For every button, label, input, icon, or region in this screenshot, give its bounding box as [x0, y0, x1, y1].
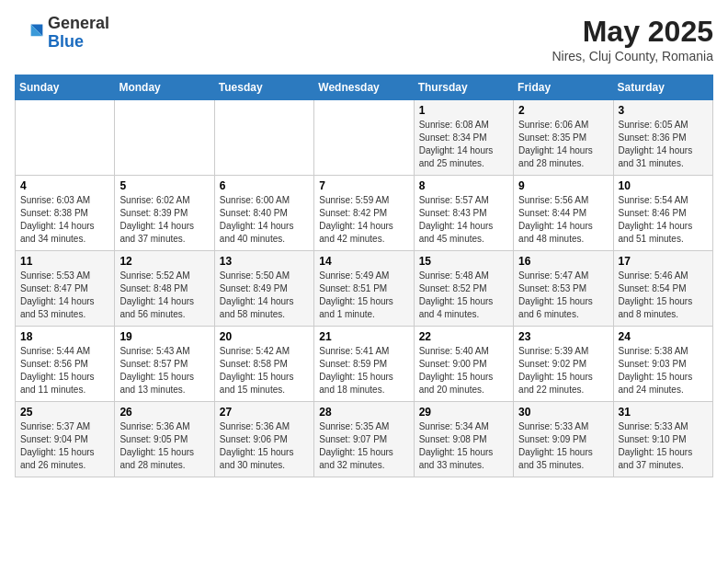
day-cell: 22Sunrise: 5:40 AM Sunset: 9:00 PM Dayli…	[414, 327, 513, 402]
day-cell: 17Sunrise: 5:46 AM Sunset: 8:54 PM Dayli…	[613, 251, 712, 327]
day-cell: 8Sunrise: 5:57 AM Sunset: 8:43 PM Daylig…	[414, 176, 513, 251]
day-cell: 31Sunrise: 5:33 AM Sunset: 9:10 PM Dayli…	[613, 402, 712, 477]
day-info: Sunrise: 6:02 AM Sunset: 8:39 PM Dayligh…	[119, 194, 209, 246]
day-info: Sunrise: 5:59 AM Sunset: 8:42 PM Dayligh…	[319, 194, 408, 246]
day-cell: 13Sunrise: 5:50 AM Sunset: 8:49 PM Dayli…	[214, 251, 313, 327]
day-number: 31	[619, 406, 708, 419]
day-info: Sunrise: 5:44 AM Sunset: 8:56 PM Dayligh…	[20, 345, 109, 396]
day-info: Sunrise: 6:05 AM Sunset: 8:36 PM Dayligh…	[619, 119, 708, 170]
week-row-1: 1Sunrise: 6:08 AM Sunset: 8:34 PM Daylig…	[16, 100, 713, 176]
day-cell: 15Sunrise: 5:48 AM Sunset: 8:52 PM Dayli…	[414, 251, 513, 327]
day-number: 1	[419, 104, 508, 117]
day-info: Sunrise: 5:48 AM Sunset: 8:52 PM Dayligh…	[419, 270, 508, 321]
title-block: May 2025 Nires, Cluj County, Romania	[552, 15, 713, 63]
day-number: 20	[220, 330, 309, 343]
day-cell: 25Sunrise: 5:37 AM Sunset: 9:04 PM Dayli…	[16, 402, 115, 477]
day-number: 8	[419, 179, 508, 192]
day-info: Sunrise: 5:33 AM Sunset: 9:10 PM Dayligh…	[619, 420, 708, 472]
day-number: 4	[20, 179, 109, 192]
day-cell: 26Sunrise: 5:36 AM Sunset: 9:05 PM Dayli…	[115, 402, 214, 477]
day-info: Sunrise: 5:35 AM Sunset: 9:07 PM Dayligh…	[319, 420, 408, 472]
logo-general: General	[48, 14, 109, 32]
location-subtitle: Nires, Cluj County, Romania	[552, 49, 713, 63]
day-cell: 14Sunrise: 5:49 AM Sunset: 8:51 PM Dayli…	[314, 251, 414, 327]
day-cell: 4Sunrise: 6:03 AM Sunset: 8:38 PM Daylig…	[16, 176, 115, 251]
month-year-title: May 2025	[552, 15, 713, 49]
day-cell	[16, 100, 115, 176]
day-number: 13	[220, 255, 309, 268]
day-cell	[115, 100, 214, 176]
day-cell: 28Sunrise: 5:35 AM Sunset: 9:07 PM Dayli…	[314, 402, 414, 477]
day-number: 21	[319, 330, 408, 343]
day-cell: 18Sunrise: 5:44 AM Sunset: 8:56 PM Dayli…	[16, 327, 115, 402]
day-number: 3	[619, 104, 708, 117]
day-info: Sunrise: 5:33 AM Sunset: 9:09 PM Dayligh…	[518, 420, 608, 472]
day-info: Sunrise: 5:43 AM Sunset: 8:57 PM Dayligh…	[119, 345, 209, 396]
day-info: Sunrise: 5:38 AM Sunset: 9:03 PM Dayligh…	[619, 345, 708, 396]
day-number: 5	[119, 179, 209, 192]
day-cell: 24Sunrise: 5:38 AM Sunset: 9:03 PM Dayli…	[613, 327, 712, 402]
day-number: 22	[419, 330, 508, 343]
col-header-tuesday: Tuesday	[214, 75, 313, 100]
day-info: Sunrise: 5:36 AM Sunset: 9:06 PM Dayligh…	[220, 420, 309, 472]
day-cell: 16Sunrise: 5:47 AM Sunset: 8:53 PM Dayli…	[514, 251, 613, 327]
day-cell: 7Sunrise: 5:59 AM Sunset: 8:42 PM Daylig…	[314, 176, 414, 251]
day-cell: 19Sunrise: 5:43 AM Sunset: 8:57 PM Dayli…	[115, 327, 214, 402]
day-number: 29	[419, 406, 508, 419]
day-number: 27	[220, 406, 309, 419]
day-cell: 21Sunrise: 5:41 AM Sunset: 8:59 PM Dayli…	[314, 327, 414, 402]
day-number: 11	[20, 255, 109, 268]
day-info: Sunrise: 5:49 AM Sunset: 8:51 PM Dayligh…	[319, 270, 408, 321]
day-info: Sunrise: 5:56 AM Sunset: 8:44 PM Dayligh…	[518, 194, 608, 246]
col-header-monday: Monday	[115, 75, 214, 100]
day-cell: 5Sunrise: 6:02 AM Sunset: 8:39 PM Daylig…	[115, 176, 214, 251]
col-header-friday: Friday	[514, 75, 613, 100]
day-cell: 12Sunrise: 5:52 AM Sunset: 8:48 PM Dayli…	[115, 251, 214, 327]
day-cell: 23Sunrise: 5:39 AM Sunset: 9:02 PM Dayli…	[514, 327, 613, 402]
day-info: Sunrise: 5:37 AM Sunset: 9:04 PM Dayligh…	[20, 420, 109, 472]
day-number: 28	[319, 406, 408, 419]
day-cell: 6Sunrise: 6:00 AM Sunset: 8:40 PM Daylig…	[214, 176, 313, 251]
day-cell: 29Sunrise: 5:34 AM Sunset: 9:08 PM Dayli…	[414, 402, 513, 477]
day-number: 10	[619, 179, 708, 192]
day-cell: 20Sunrise: 5:42 AM Sunset: 8:58 PM Dayli…	[214, 327, 313, 402]
day-number: 9	[518, 179, 608, 192]
day-info: Sunrise: 5:53 AM Sunset: 8:47 PM Dayligh…	[20, 270, 109, 321]
day-info: Sunrise: 5:54 AM Sunset: 8:46 PM Dayligh…	[619, 194, 708, 246]
day-cell: 30Sunrise: 5:33 AM Sunset: 9:09 PM Dayli…	[514, 402, 613, 477]
header-row: SundayMondayTuesdayWednesdayThursdayFrid…	[16, 75, 713, 100]
day-info: Sunrise: 6:00 AM Sunset: 8:40 PM Dayligh…	[220, 194, 309, 246]
day-info: Sunrise: 6:03 AM Sunset: 8:38 PM Dayligh…	[20, 194, 109, 246]
logo-blue: Blue	[48, 32, 84, 51]
day-number: 25	[20, 406, 109, 419]
day-number: 16	[518, 255, 608, 268]
day-number: 7	[319, 179, 408, 192]
day-number: 23	[518, 330, 608, 343]
day-number: 30	[518, 406, 608, 419]
day-cell: 9Sunrise: 5:56 AM Sunset: 8:44 PM Daylig…	[514, 176, 613, 251]
calendar-table: SundayMondayTuesdayWednesdayThursdayFrid…	[15, 75, 713, 477]
col-header-wednesday: Wednesday	[314, 75, 414, 100]
logo-text: General Blue	[48, 15, 109, 52]
logo-icon	[15, 18, 44, 48]
day-number: 6	[220, 179, 309, 192]
day-info: Sunrise: 5:36 AM Sunset: 9:05 PM Dayligh…	[119, 420, 209, 472]
day-number: 14	[319, 255, 408, 268]
week-row-3: 11Sunrise: 5:53 AM Sunset: 8:47 PM Dayli…	[16, 251, 713, 327]
day-number: 12	[119, 255, 209, 268]
day-info: Sunrise: 6:08 AM Sunset: 8:34 PM Dayligh…	[419, 119, 508, 170]
day-info: Sunrise: 5:52 AM Sunset: 8:48 PM Dayligh…	[119, 270, 209, 321]
day-number: 24	[619, 330, 708, 343]
week-row-5: 25Sunrise: 5:37 AM Sunset: 9:04 PM Dayli…	[16, 402, 713, 477]
col-header-saturday: Saturday	[613, 75, 712, 100]
page-header: General Blue May 2025 Nires, Cluj County…	[15, 15, 713, 63]
day-cell: 2Sunrise: 6:06 AM Sunset: 8:35 PM Daylig…	[514, 100, 613, 176]
day-cell	[214, 100, 313, 176]
day-info: Sunrise: 5:34 AM Sunset: 9:08 PM Dayligh…	[419, 420, 508, 472]
day-cell: 3Sunrise: 6:05 AM Sunset: 8:36 PM Daylig…	[613, 100, 712, 176]
day-info: Sunrise: 5:47 AM Sunset: 8:53 PM Dayligh…	[518, 270, 608, 321]
day-info: Sunrise: 5:46 AM Sunset: 8:54 PM Dayligh…	[619, 270, 708, 321]
day-cell	[314, 100, 414, 176]
col-header-thursday: Thursday	[414, 75, 513, 100]
day-info: Sunrise: 5:39 AM Sunset: 9:02 PM Dayligh…	[518, 345, 608, 396]
